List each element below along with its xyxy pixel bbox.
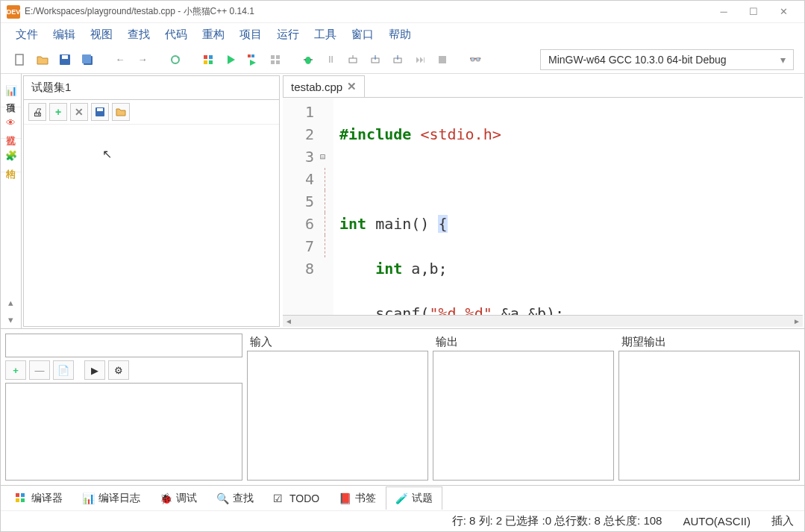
input-label: 输入 bbox=[247, 334, 428, 351]
panel-content[interactable]: ↖ bbox=[24, 125, 279, 326]
tab-close-icon[interactable]: ✕ bbox=[347, 80, 357, 93]
status-encoding: AUTO(ASCII) bbox=[683, 515, 751, 528]
tab-find[interactable]: 🔍查找 bbox=[207, 486, 263, 510]
svg-rect-15 bbox=[276, 60, 280, 64]
editor-tab[interactable]: testab.cpp ✕ bbox=[283, 75, 365, 97]
open-folder-icon[interactable] bbox=[112, 103, 130, 121]
run-icon[interactable] bbox=[222, 51, 239, 69]
input-box[interactable] bbox=[247, 351, 428, 481]
menu-code[interactable]: 代码 bbox=[157, 25, 195, 45]
menu-project[interactable]: 项目 bbox=[232, 25, 269, 45]
editor-tab-bar: testab.cpp ✕ bbox=[283, 75, 803, 98]
nav-forward-icon[interactable]: → bbox=[134, 51, 151, 69]
menu-tools[interactable]: 工具 bbox=[307, 25, 344, 45]
refresh-icon[interactable] bbox=[166, 51, 184, 69]
save-icon[interactable] bbox=[56, 51, 74, 69]
menu-run[interactable]: 运行 bbox=[269, 25, 307, 45]
svg-rect-11 bbox=[251, 54, 254, 57]
compile-icon[interactable] bbox=[199, 51, 217, 69]
left-tab-structure[interactable]: 🧩结构 bbox=[1, 139, 21, 172]
save-all-icon[interactable] bbox=[78, 51, 96, 69]
tab-compile-log[interactable]: 📊编译日志 bbox=[72, 486, 150, 510]
code-editor[interactable]: 12345678 ⊟ #include <stdio.h> int main()… bbox=[283, 98, 803, 315]
menu-search[interactable]: 查找 bbox=[120, 25, 157, 45]
new-file-icon[interactable] bbox=[11, 51, 29, 69]
svg-rect-9 bbox=[209, 60, 213, 64]
svg-rect-27 bbox=[16, 498, 19, 502]
remove-icon[interactable]: ✕ bbox=[70, 103, 88, 121]
step-into-icon[interactable] bbox=[366, 51, 384, 69]
edit-test-icon[interactable]: 📄 bbox=[53, 360, 74, 380]
add-test-icon[interactable]: + bbox=[5, 360, 26, 380]
test-list[interactable] bbox=[5, 383, 242, 481]
continue-icon[interactable]: ⏭ bbox=[411, 51, 429, 69]
scroll-right-icon[interactable]: ► bbox=[791, 316, 803, 327]
compile-run-icon[interactable] bbox=[244, 51, 262, 69]
menu-view[interactable]: 视图 bbox=[83, 25, 120, 45]
panel-title: 试题集1 bbox=[24, 76, 279, 100]
svg-rect-28 bbox=[21, 498, 25, 502]
title-bar: DEV E:/Workspaces/playground/testab.cpp … bbox=[1, 1, 804, 23]
tab-todo[interactable]: ☑TODO bbox=[263, 487, 329, 509]
compiler-select[interactable]: MinGW-w64 GCC 10.3.0 64-bit Debug ▾ bbox=[540, 49, 794, 70]
main-toolbar: ← → ⏸ ⏭ 👓 MinGW-w64 GCC 10.3.0 64-bit De… bbox=[1, 46, 804, 74]
left-tab-strip: 📊项目 👁监视 🧩结构 ▴ ▾ bbox=[1, 74, 22, 328]
tab-problems[interactable]: 🧪试题 bbox=[386, 486, 442, 510]
horizontal-scrollbar[interactable]: ◄ ► bbox=[283, 315, 803, 327]
cursor-icon: ↖ bbox=[102, 147, 112, 161]
nav-back-icon[interactable]: ← bbox=[111, 51, 129, 69]
fold-toggle-icon[interactable]: ⊟ bbox=[320, 145, 333, 168]
maximize-button[interactable]: ☐ bbox=[739, 1, 768, 22]
menu-help[interactable]: 帮助 bbox=[381, 25, 419, 45]
bottom-tab-bar: 编译器 📊编译日志 🐞调试 🔍查找 ☑TODO 📕书签 🧪试题 bbox=[1, 485, 804, 510]
code-content[interactable]: #include <stdio.h> int main() { int a,b;… bbox=[333, 98, 803, 315]
close-button[interactable]: ✕ bbox=[768, 1, 798, 22]
svg-rect-10 bbox=[248, 54, 251, 57]
stop-icon[interactable] bbox=[433, 51, 451, 69]
status-mode: 插入 bbox=[771, 514, 794, 528]
menu-refactor[interactable]: 重构 bbox=[195, 25, 232, 45]
minimize-button[interactable]: ─ bbox=[709, 1, 739, 22]
test-search-input[interactable] bbox=[5, 334, 242, 357]
debug-icon[interactable] bbox=[299, 51, 317, 69]
tab-compiler[interactable]: 编译器 bbox=[5, 486, 72, 510]
run-test-icon[interactable]: ▶ bbox=[84, 360, 105, 380]
remove-test-icon[interactable]: — bbox=[29, 360, 50, 380]
save-set-icon[interactable] bbox=[91, 103, 109, 121]
tab-label: testab.cpp bbox=[291, 81, 342, 93]
rebuild-icon[interactable] bbox=[266, 51, 284, 69]
menu-window[interactable]: 窗口 bbox=[344, 25, 381, 45]
status-bar: 行: 8 列: 2 已选择 :0 总行数: 8 总长度: 108 AUTO(AS… bbox=[1, 510, 804, 531]
svg-rect-6 bbox=[204, 55, 207, 59]
window-title: E:/Workspaces/playground/testab.cpp - 小熊… bbox=[25, 5, 709, 18]
open-file-icon[interactable] bbox=[34, 51, 51, 69]
svg-rect-22 bbox=[439, 56, 446, 63]
status-position: 行: 8 列: 2 已选择 :0 总行数: 8 总长度: 108 bbox=[452, 514, 663, 528]
step-out-icon[interactable] bbox=[389, 51, 407, 69]
svg-rect-19 bbox=[349, 58, 357, 63]
add-icon[interactable]: + bbox=[49, 103, 67, 121]
scroll-left-icon[interactable]: ◄ bbox=[283, 316, 295, 327]
step-over-icon[interactable] bbox=[344, 51, 362, 69]
left-tab-down-icon[interactable]: ▾ bbox=[1, 311, 21, 328]
print-icon[interactable]: 🖨 bbox=[28, 103, 46, 121]
glasses-icon[interactable]: 👓 bbox=[466, 51, 484, 69]
app-icon: DEV bbox=[7, 5, 20, 19]
svg-rect-4 bbox=[82, 54, 91, 63]
settings-icon[interactable]: ⚙ bbox=[108, 360, 129, 380]
svg-rect-2 bbox=[62, 55, 68, 59]
output-box[interactable] bbox=[433, 351, 614, 481]
expected-box[interactable] bbox=[618, 351, 800, 481]
compiler-label: MinGW-w64 GCC 10.3.0 64-bit Debug bbox=[548, 54, 727, 66]
tab-bookmarks[interactable]: 📕书签 bbox=[329, 486, 386, 510]
menu-edit[interactable]: 编辑 bbox=[46, 25, 83, 45]
expected-label: 期望输出 bbox=[618, 334, 800, 351]
tab-debug[interactable]: 🐞调试 bbox=[150, 486, 207, 510]
pause-icon[interactable]: ⏸ bbox=[322, 51, 339, 69]
chevron-down-icon: ▾ bbox=[780, 54, 786, 66]
left-tab-up-icon[interactable]: ▴ bbox=[1, 294, 21, 311]
left-tab-project[interactable]: 📊项目 bbox=[1, 74, 21, 107]
menu-file[interactable]: 文件 bbox=[8, 25, 46, 45]
svg-rect-26 bbox=[21, 493, 25, 497]
left-tab-watch[interactable]: 👁监视 bbox=[1, 107, 21, 139]
